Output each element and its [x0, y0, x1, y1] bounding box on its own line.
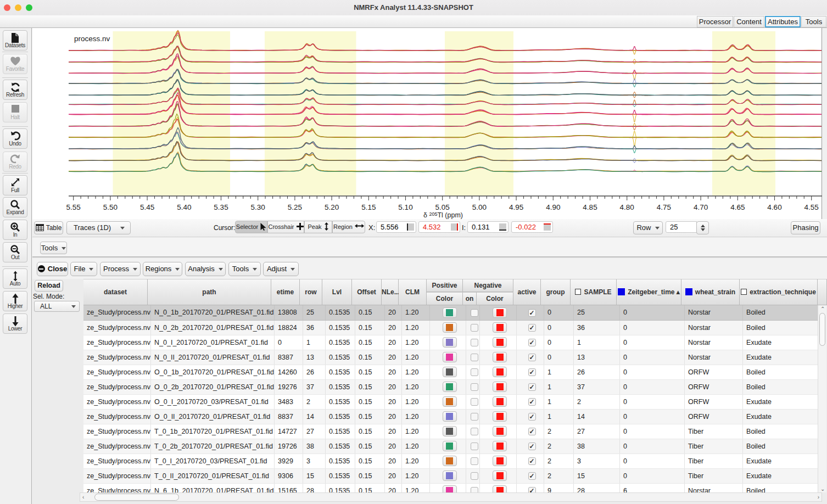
svg-text:4.60: 4.60 — [767, 203, 781, 211]
svg-text:5.05: 5.05 — [435, 203, 450, 211]
svg-text:5.55: 5.55 — [66, 203, 81, 211]
svg-text:5.45: 5.45 — [140, 203, 154, 211]
svg-text:4.70: 4.70 — [694, 203, 708, 211]
svg-text:5.30: 5.30 — [251, 203, 265, 211]
svg-text:4.85: 4.85 — [583, 203, 597, 211]
svg-text:4.80: 4.80 — [620, 203, 634, 211]
svg-text:4.75: 4.75 — [657, 203, 671, 211]
svg-text:5.15: 5.15 — [361, 203, 376, 211]
svg-text:5.40: 5.40 — [177, 203, 191, 211]
svg-text:4.90: 4.90 — [546, 203, 560, 211]
svg-text:5.35: 5.35 — [214, 203, 228, 211]
svg-text:4.55: 4.55 — [804, 203, 819, 211]
svg-text:5.25: 5.25 — [288, 203, 302, 211]
svg-text:process.nv: process.nv — [74, 35, 110, 43]
svg-text:5.50: 5.50 — [103, 203, 118, 211]
svg-text:5.10: 5.10 — [398, 203, 412, 211]
svg-text:5.20: 5.20 — [325, 203, 339, 211]
svg-text:4.95: 4.95 — [509, 203, 523, 211]
svg-text:5.00: 5.00 — [472, 203, 487, 211]
svg-text:δ 205Tl (ppm): δ 205Tl (ppm) — [423, 211, 463, 219]
svg-text:4.65: 4.65 — [730, 203, 745, 211]
